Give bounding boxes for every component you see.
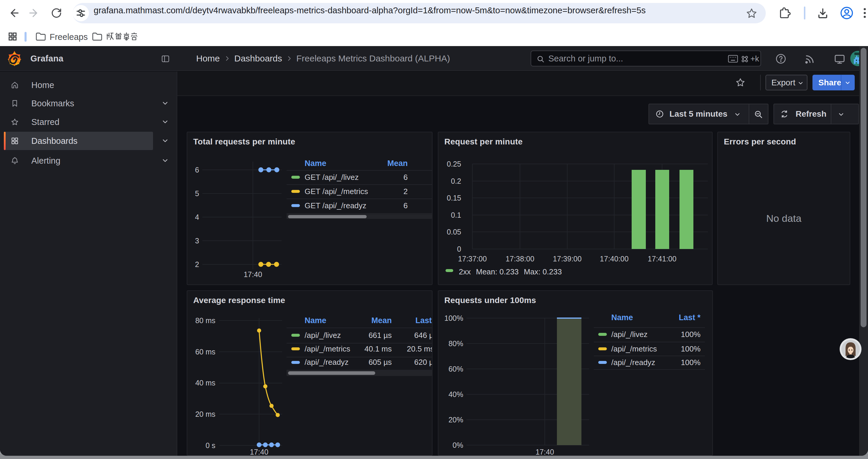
svg-text:0.2: 0.2 — [451, 177, 461, 185]
svg-text:0.05: 0.05 — [447, 228, 461, 236]
svg-text:5: 5 — [195, 189, 199, 198]
svg-text:17:40: 17:40 — [250, 448, 269, 455]
svg-text:6: 6 — [195, 166, 199, 174]
svg-text:0.1: 0.1 — [451, 211, 461, 219]
svg-text:17:40: 17:40 — [536, 448, 554, 455]
svg-text:17:38:00: 17:38:00 — [505, 255, 534, 263]
svg-text:0.15: 0.15 — [447, 194, 461, 202]
svg-text:4: 4 — [195, 213, 199, 221]
svg-text:60 ms: 60 ms — [195, 348, 215, 356]
svg-text:60%: 60% — [448, 365, 463, 373]
svg-text:20%: 20% — [448, 416, 463, 424]
svg-text:17:41:00: 17:41:00 — [648, 255, 676, 263]
svg-text:0%: 0% — [453, 441, 463, 449]
svg-text:100%: 100% — [444, 314, 463, 322]
svg-text:0 s: 0 s — [206, 441, 215, 450]
svg-text:40%: 40% — [448, 390, 463, 398]
svg-text:0: 0 — [457, 245, 461, 253]
svg-text:20 ms: 20 ms — [195, 410, 215, 418]
svg-text:17:40:00: 17:40:00 — [600, 255, 628, 263]
svg-text:17:39:00: 17:39:00 — [553, 255, 582, 263]
svg-text:80%: 80% — [448, 339, 463, 348]
svg-text:17:37:00: 17:37:00 — [458, 255, 487, 263]
svg-text:2: 2 — [195, 260, 199, 268]
svg-text:40 ms: 40 ms — [195, 379, 215, 387]
svg-text:0.25: 0.25 — [447, 160, 461, 168]
svg-text:3: 3 — [195, 237, 199, 245]
svg-text:17:40: 17:40 — [244, 270, 262, 278]
svg-text:80 ms: 80 ms — [195, 316, 215, 325]
